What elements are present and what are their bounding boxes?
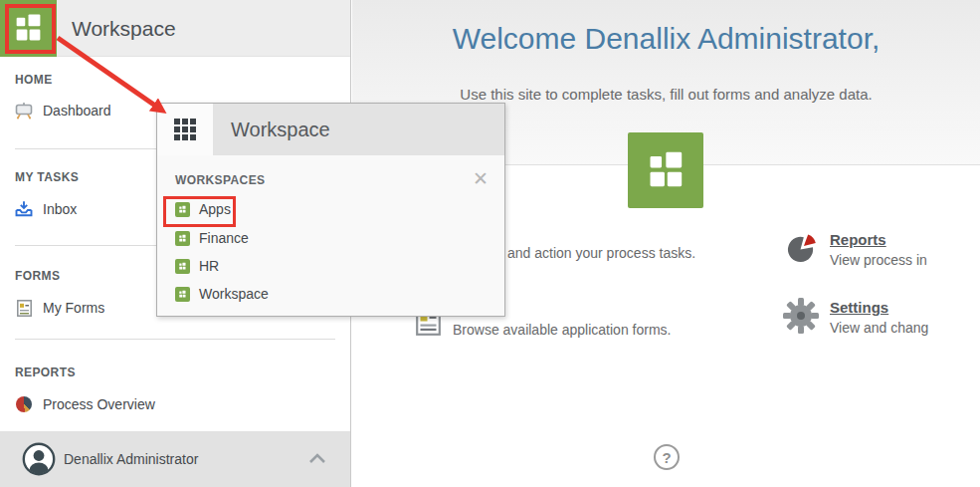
sidebar-item-label: Process Overview [43, 396, 155, 412]
reports-description: View process in [830, 252, 927, 268]
user-avatar-icon [22, 442, 56, 476]
page-subtitle: Use this site to complete tasks, fill ou… [352, 86, 980, 103]
sidebar-item-label: Inbox [43, 201, 77, 217]
section-label-reports: REPORTS [15, 365, 76, 379]
tasks-description: and action your process tasks. [507, 245, 695, 261]
k2-mini-logo-icon [175, 259, 190, 274]
form-document-icon [15, 299, 33, 317]
forms-description: Browse available application forms. [453, 322, 671, 338]
k2-mini-logo-icon [175, 231, 190, 246]
sidebar-item-inbox[interactable]: Inbox [15, 200, 77, 218]
sidebar-item-label: Dashboard [43, 103, 111, 119]
k2-logo-icon [628, 132, 703, 208]
reports-link[interactable]: Reports [830, 231, 927, 248]
page-title: Welcome Denallix Administrator, [352, 22, 980, 56]
annotation-box-app-logo [5, 4, 56, 54]
close-icon[interactable]: ✕ [473, 167, 489, 190]
dashboard-easel-icon [15, 102, 33, 120]
k2-mini-logo-icon [175, 287, 190, 302]
gear-icon [782, 297, 820, 335]
annotation-box-apps-item [163, 196, 236, 227]
popup-header: Workspace [157, 104, 504, 155]
workspaces-section-label: WORKSPACES [175, 173, 265, 187]
user-menu[interactable]: Denallix Administrator [0, 431, 350, 487]
sidebar-divider [15, 339, 335, 340]
workspace-item-label: Workspace [199, 286, 269, 302]
chevron-up-icon[interactable] [308, 453, 326, 464]
sidebar-item-dashboard[interactable]: Dashboard [15, 102, 111, 120]
pie-chart-icon [15, 395, 33, 413]
section-label-forms: FORMS [15, 269, 60, 283]
workspace-item-label: HR [199, 258, 219, 274]
section-label-my-tasks: MY TASKS [15, 170, 79, 184]
settings-description: View and chang [830, 320, 928, 336]
app-window: Workspace HOME Dashboard MY TASKS [0, 0, 980, 487]
section-label-home: HOME [15, 73, 53, 87]
user-name: Denallix Administrator [64, 451, 198, 467]
sidebar-item-label: My Forms [43, 300, 104, 316]
sidebar-item-my-forms[interactable]: My Forms [15, 299, 104, 317]
sidebar-item-process-overview[interactable]: Process Overview [15, 395, 155, 413]
workspace-item-label: Finance [199, 230, 249, 246]
sidebar-title: Workspace [72, 0, 176, 57]
workspace-item-hr[interactable]: HR [175, 258, 219, 274]
help-icon[interactable]: ? [654, 444, 680, 470]
settings-link[interactable]: Settings [830, 299, 928, 316]
inbox-download-icon [15, 200, 33, 218]
reports-pie-icon [786, 234, 817, 265]
workspace-item-finance[interactable]: Finance [175, 230, 249, 246]
popup-title: Workspace [213, 104, 504, 155]
workspace-item-workspace[interactable]: Workspace [175, 286, 269, 302]
waffle-grid-icon[interactable] [157, 104, 213, 155]
